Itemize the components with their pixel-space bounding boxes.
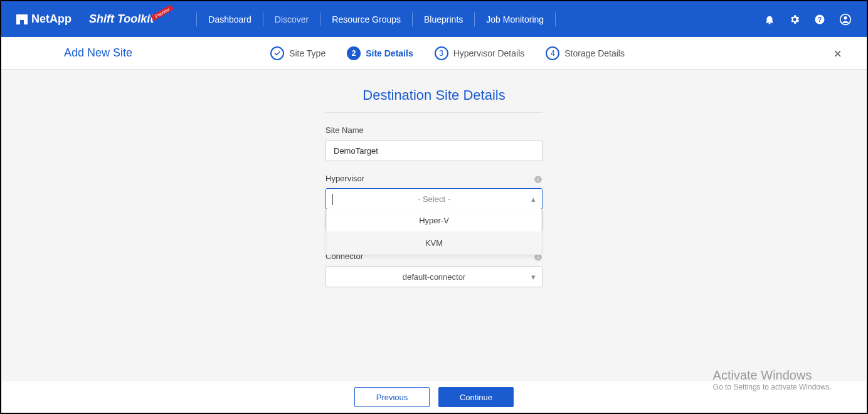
close-icon[interactable]: × <box>834 46 842 62</box>
svg-text:?: ? <box>818 15 822 23</box>
brand-logo: NetApp <box>16 13 71 26</box>
page-title: Add New Site <box>64 46 132 60</box>
nav-discover[interactable]: Discover <box>275 14 309 24</box>
svg-rect-6 <box>537 178 538 178</box>
svg-rect-8 <box>537 257 538 259</box>
step-site-type[interactable]: Site Type <box>270 46 326 60</box>
hypervisor-option-kvm[interactable]: KVM <box>327 231 541 254</box>
step-hypervisor-details[interactable]: 3 Hypervisor Details <box>435 46 525 60</box>
site-name-field: Site Name <box>326 125 542 161</box>
site-name-input[interactable] <box>326 140 542 161</box>
connector-value: default-connector <box>403 272 465 282</box>
form-title: Destination Site Details <box>326 87 542 113</box>
continue-button[interactable]: Continue <box>438 387 514 407</box>
step-storage-details[interactable]: 4 Storage Details <box>546 46 625 60</box>
brand-text: NetApp <box>31 13 71 26</box>
help-icon[interactable]: ? <box>814 14 825 25</box>
product-name: Shift Toolkit Preview <box>89 13 172 26</box>
svg-rect-5 <box>537 179 538 181</box>
nav-resource-groups[interactable]: Resource Groups <box>332 14 401 24</box>
step-indicator: Site Type 2 Site Details 3 Hypervisor De… <box>270 46 625 60</box>
chevron-up-icon: ▴ <box>531 194 536 204</box>
form-area: Destination Site Details Site Name Hyper… <box>1 70 867 287</box>
svg-point-3 <box>844 16 847 19</box>
svg-rect-9 <box>537 255 538 256</box>
bell-icon[interactable] <box>764 14 775 25</box>
hypervisor-select[interactable]: - Select - ▴ Hyper-V KVM <box>326 188 542 210</box>
primary-nav: Dashboard Discover Resource Groups Bluep… <box>185 13 567 26</box>
user-icon[interactable] <box>839 13 852 26</box>
preview-badge: Preview <box>151 4 174 21</box>
step-site-details[interactable]: 2 Site Details <box>347 46 413 60</box>
top-navbar: NetApp Shift Toolkit Preview Dashboard D… <box>1 1 867 37</box>
previous-button[interactable]: Previous <box>354 387 430 407</box>
check-icon <box>270 46 284 60</box>
info-icon[interactable] <box>534 175 542 186</box>
nav-blueprints[interactable]: Blueprints <box>424 14 463 24</box>
netapp-logo-icon <box>16 14 28 24</box>
gear-icon[interactable] <box>789 14 800 25</box>
site-name-label: Site Name <box>326 125 542 135</box>
hypervisor-field: Hypervisor - Select - ▴ Hyper-V KVM <box>326 174 542 210</box>
text-cursor <box>332 194 333 205</box>
wizard-header: Add New Site Site Type 2 Site Details 3 … <box>1 37 867 70</box>
nav-dashboard[interactable]: Dashboard <box>208 14 251 24</box>
hypervisor-placeholder: - Select - <box>418 194 450 204</box>
chevron-down-icon: ▾ <box>531 272 536 282</box>
wizard-footer: Previous Continue <box>3 381 865 413</box>
nav-job-monitoring[interactable]: Job Monitoring <box>486 14 544 24</box>
connector-field: Connector default-connector ▾ <box>326 252 542 287</box>
hypervisor-label: Hypervisor <box>326 174 542 183</box>
hypervisor-option-hyperv[interactable]: Hyper-V <box>327 209 541 231</box>
hypervisor-dropdown: Hyper-V KVM <box>326 209 542 255</box>
connector-select[interactable]: default-connector ▾ <box>326 266 542 287</box>
